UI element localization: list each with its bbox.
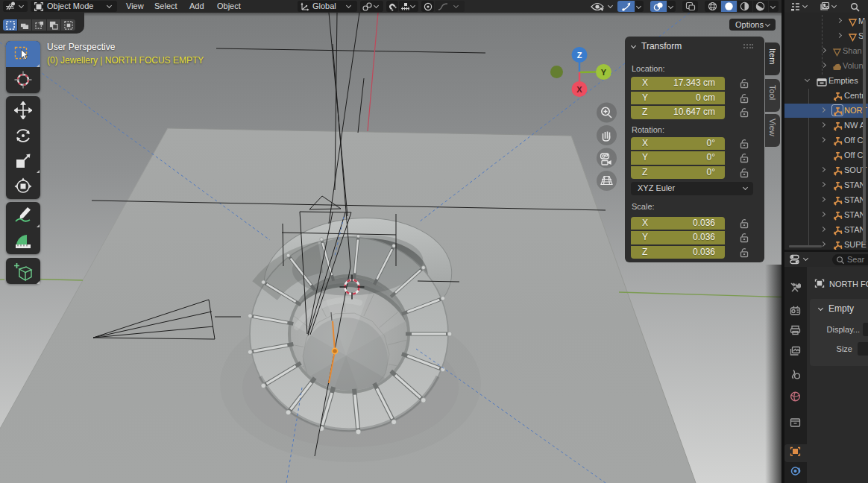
svg-text:X: X	[576, 85, 582, 94]
svg-text:Y: Y	[601, 68, 607, 77]
svg-text:Z: Z	[577, 51, 582, 60]
